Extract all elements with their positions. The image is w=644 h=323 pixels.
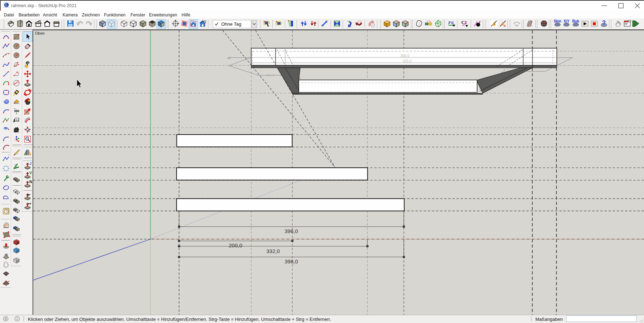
- svg-text:s: s: [504, 24, 506, 27]
- svg-text:Bub: Bub: [572, 19, 579, 23]
- svg-text:N: N: [29, 180, 32, 184]
- svg-text:325,0: 325,0: [266, 74, 274, 77]
- svg-text:396,0: 396,0: [284, 228, 298, 234]
- svg-text:396,0: 396,0: [284, 258, 298, 264]
- svg-text:325,0: 325,0: [402, 59, 411, 63]
- svg-text:X/Y: X/Y: [564, 19, 569, 23]
- svg-text:332,0: 332,0: [266, 248, 280, 254]
- svg-text:A1: A1: [16, 118, 19, 122]
- svg-text:V: V: [29, 171, 32, 175]
- svg-text:Skin: Skin: [554, 19, 561, 23]
- svg-text:?: ?: [602, 20, 606, 26]
- svg-text:Oben: Oben: [35, 31, 45, 35]
- svg-text:F6: F6: [448, 20, 454, 25]
- svg-text:J: J: [29, 162, 31, 166]
- svg-text:200,0: 200,0: [229, 242, 242, 248]
- svg-text:306,0: 306,0: [400, 54, 409, 58]
